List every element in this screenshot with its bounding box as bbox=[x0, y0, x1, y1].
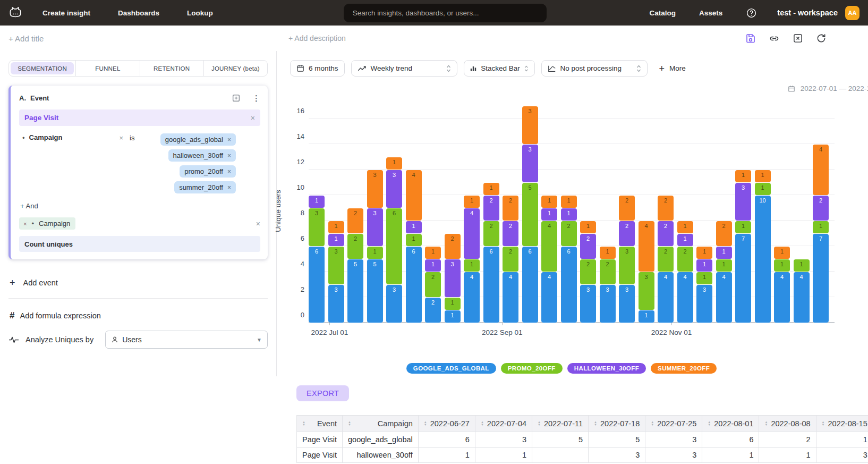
tab-retention[interactable]: RETENTION bbox=[140, 61, 203, 76]
bar-segment-halloween-30off[interactable]: 1 bbox=[328, 234, 344, 246]
bar-2022-10-31[interactable]: 2224 bbox=[658, 195, 674, 323]
bar-segment-google-ads-global[interactable]: 6 bbox=[309, 247, 325, 323]
bar-segment-google-ads-global[interactable]: 3 bbox=[386, 285, 402, 323]
bar-segment-halloween-30off[interactable]: 3 bbox=[386, 170, 402, 208]
sort-icon[interactable]: ▲▼ bbox=[651, 421, 654, 426]
bar-segment-summer-20off[interactable]: 1 bbox=[755, 170, 771, 182]
sort-icon[interactable]: ▲▼ bbox=[708, 421, 711, 426]
bar-segment-promo-20off[interactable]: 2 bbox=[561, 221, 577, 246]
bar-segment-google-ads-global[interactable]: 4 bbox=[464, 272, 480, 323]
add-event-button[interactable]: + Add event bbox=[10, 279, 268, 287]
bar-2022-12-26[interactable]: 4217 bbox=[813, 144, 829, 323]
bar-segment-google-ads-global[interactable]: 4 bbox=[503, 272, 518, 323]
legend-pill-google-ads-global[interactable]: GOOGLE_ADS_GLOBAL bbox=[406, 363, 496, 374]
bar-segment-promo-20off[interactable]: 5 bbox=[522, 183, 538, 246]
nav-item-create-insight[interactable]: Create insight bbox=[42, 9, 90, 17]
bar-segment-halloween-30off[interactable]: 1 bbox=[425, 259, 441, 272]
bar-segment-summer-20off[interactable]: 3 bbox=[522, 106, 538, 144]
sort-icon[interactable]: ▲▼ bbox=[348, 421, 351, 426]
search-input[interactable] bbox=[344, 4, 547, 22]
sort-icon[interactable]: ▲▼ bbox=[538, 421, 541, 426]
bar-segment-promo-20off[interactable]: 2 bbox=[600, 259, 616, 284]
bar-segment-google-ads-global[interactable]: 3 bbox=[580, 285, 596, 323]
bar-2022-08-29[interactable]: 1226 bbox=[483, 182, 499, 323]
remove-breakdown-icon[interactable]: × bbox=[23, 221, 27, 227]
bar-segment-google-ads-global[interactable]: 4 bbox=[716, 272, 732, 323]
column-header-2022-07-04[interactable]: ▲▼2022-07-04 bbox=[475, 416, 532, 432]
column-header-2022-06-27[interactable]: ▲▼2022-06-27 bbox=[418, 416, 475, 432]
bar-segment-promo-20off[interactable]: 1 bbox=[445, 298, 461, 310]
bar-segment-summer-20off[interactable]: 2 bbox=[347, 208, 363, 233]
bar-segment-google-ads-global[interactable]: 7 bbox=[813, 234, 829, 323]
bar-segment-halloween-30off[interactable]: 2 bbox=[580, 234, 596, 259]
filter-operator[interactable]: is bbox=[130, 134, 160, 193]
bar-segment-promo-20off[interactable]: 1 bbox=[406, 234, 422, 246]
bar-2022-09-12[interactable]: 3356 bbox=[522, 106, 538, 323]
bar-segment-summer-20off[interactable]: 4 bbox=[406, 170, 422, 221]
bar-segment-promo-20off[interactable]: 2 bbox=[580, 259, 596, 284]
event-menu-icon[interactable]: ⋮ bbox=[252, 95, 260, 102]
bar-2022-08-08[interactable]: 1122 bbox=[425, 246, 441, 323]
bar-2022-10-10[interactable]: 123 bbox=[600, 246, 616, 323]
bar-segment-google-ads-global[interactable]: 6 bbox=[483, 247, 499, 323]
bar-segment-promo-20off[interactable]: 1 bbox=[464, 259, 480, 272]
bar-segment-google-ads-global[interactable]: 1 bbox=[445, 310, 461, 323]
avatar[interactable]: AA bbox=[845, 6, 860, 20]
column-header-event[interactable]: ▲▼Event bbox=[297, 416, 343, 432]
bar-2022-09-26[interactable]: 1126 bbox=[561, 195, 577, 323]
bar-segment-promo-20off[interactable]: 4 bbox=[541, 221, 557, 272]
bar-segment-summer-20off[interactable]: 2 bbox=[619, 196, 635, 221]
bar-segment-halloween-30off[interactable]: 3 bbox=[367, 208, 383, 246]
bar-2022-10-03[interactable]: 1223 bbox=[580, 221, 596, 323]
link-icon[interactable] bbox=[769, 33, 780, 44]
bar-2022-10-17[interactable]: 2233 bbox=[619, 195, 635, 323]
bar-2022-07-04[interactable]: 1133 bbox=[328, 221, 344, 323]
bar-segment-summer-20off[interactable]: 1 bbox=[600, 247, 616, 259]
bar-segment-halloween-30off[interactable]: 1 bbox=[541, 208, 557, 221]
bar-segment-promo-20off[interactable]: 1 bbox=[794, 259, 810, 272]
bar-2022-10-24[interactable]: 431 bbox=[639, 221, 654, 323]
bar-segment-google-ads-global[interactable]: 3 bbox=[600, 285, 616, 323]
bar-2022-12-12[interactable]: 114 bbox=[774, 246, 790, 323]
bar-segment-google-ads-global[interactable]: 3 bbox=[696, 285, 712, 323]
add-title-button[interactable]: + Add title bbox=[8, 34, 44, 43]
sort-icon[interactable]: ▲▼ bbox=[424, 421, 427, 426]
breakdown-chip[interactable]: × • Campaign bbox=[19, 217, 75, 230]
sort-icon[interactable]: ▲▼ bbox=[594, 421, 597, 426]
bar-segment-promo-20off[interactable]: 2 bbox=[347, 234, 363, 259]
bar-segment-summer-20off[interactable]: 2 bbox=[658, 196, 674, 221]
remove-value-icon[interactable]: × bbox=[227, 136, 231, 144]
legend-pill-halloween-30off[interactable]: HALLOWEEN_30OFF bbox=[567, 363, 646, 374]
app-logo-icon[interactable] bbox=[7, 6, 23, 20]
remove-value-icon[interactable]: × bbox=[227, 184, 231, 191]
bar-segment-promo-20off[interactable]: 1 bbox=[813, 221, 829, 233]
bar-segment-halloween-30off[interactable]: 3 bbox=[445, 259, 461, 297]
analyze-by-select[interactable]: Users ▼ bbox=[105, 331, 268, 349]
bar-2022-09-19[interactable]: 1144 bbox=[541, 195, 557, 323]
bar-segment-halloween-30off[interactable]: 3 bbox=[522, 145, 538, 182]
bar-segment-google-ads-global[interactable]: 2 bbox=[425, 298, 441, 323]
event-selector[interactable]: Page Visit × bbox=[19, 109, 260, 126]
bar-segment-summer-20off[interactable]: 1 bbox=[464, 196, 480, 208]
bar-segment-google-ads-global[interactable]: 5 bbox=[367, 259, 383, 323]
bar-segment-google-ads-global[interactable]: 3 bbox=[328, 285, 344, 323]
column-header-campaign[interactable]: ▲▼Campaign bbox=[343, 416, 419, 432]
bar-segment-summer-20off[interactable]: 2 bbox=[445, 234, 461, 259]
bar-2022-11-07[interactable]: 1124 bbox=[677, 221, 693, 323]
filter-property[interactable]: • Campaign bbox=[19, 133, 119, 193]
bar-2022-08-15[interactable]: 2311 bbox=[445, 233, 461, 323]
bar-2022-11-14[interactable]: 1113 bbox=[696, 246, 712, 323]
filter-value-tag[interactable]: summer_20off× bbox=[174, 181, 236, 193]
bar-segment-google-ads-global[interactable]: 1 bbox=[639, 310, 654, 323]
legend-pill-promo-20off[interactable]: PROMO_20OFF bbox=[501, 363, 563, 374]
bar-segment-summer-20off[interactable]: 1 bbox=[735, 170, 751, 182]
column-header-2022-08-01[interactable]: ▲▼2022-08-01 bbox=[702, 416, 759, 432]
column-header-2022-07-11[interactable]: ▲▼2022-07-11 bbox=[532, 416, 589, 432]
bar-segment-google-ads-global[interactable]: 4 bbox=[541, 272, 557, 323]
bar-2022-08-01[interactable]: 4116 bbox=[406, 170, 422, 323]
bar-segment-promo-20off[interactable]: 1 bbox=[774, 259, 790, 272]
add-filter-icon[interactable] bbox=[232, 94, 241, 103]
bar-segment-google-ads-global[interactable]: 6 bbox=[406, 247, 422, 323]
workspace-name[interactable]: test - workspace bbox=[777, 9, 838, 17]
bar-segment-halloween-30off[interactable]: 4 bbox=[464, 208, 480, 259]
